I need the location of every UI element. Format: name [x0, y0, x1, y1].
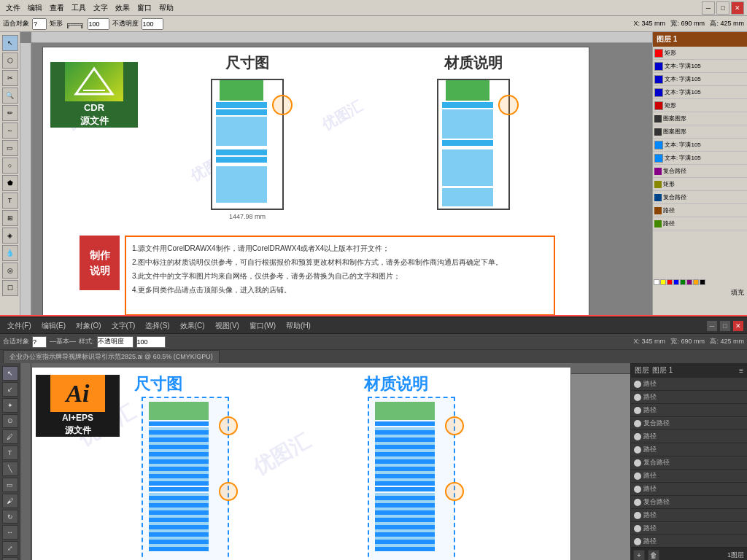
layer-item[interactable]: 矩形: [653, 178, 747, 191]
ai-tool-select[interactable]: [32, 336, 47, 348]
ai-layer-item[interactable]: 复合路径: [631, 456, 747, 470]
color-swatch[interactable]: [686, 279, 692, 285]
layer-item[interactable]: 复合路径: [653, 191, 747, 204]
menu-help[interactable]: 帮助: [156, 3, 177, 13]
layer-color: [654, 128, 662, 136]
ai-menu-type[interactable]: 文字(T): [107, 321, 140, 331]
menu-effects[interactable]: 效果: [112, 3, 133, 13]
table-tool[interactable]: ⊞: [2, 210, 18, 226]
menu-tools[interactable]: 工具: [69, 3, 89, 13]
ai-scale-tool[interactable]: ⤢: [2, 541, 18, 556]
ai-layer-item[interactable]: 路径: [631, 522, 747, 535]
layer-item[interactable]: 矩形: [653, 47, 747, 60]
color-swatch[interactable]: [700, 279, 705, 285]
ai-direct-select[interactable]: ↙: [2, 382, 18, 397]
ai-layer-item[interactable]: 路径: [631, 509, 747, 522]
color-swatch[interactable]: [673, 279, 679, 285]
ai-menu-window[interactable]: 窗口(W): [245, 321, 280, 331]
minimize-button[interactable]: ─: [702, 1, 715, 15]
ai-menu-select[interactable]: 选择(S): [141, 321, 174, 331]
ai-rect-tool[interactable]: ▭: [2, 478, 18, 492]
color-swatch[interactable]: [693, 279, 699, 285]
opacity-input[interactable]: [142, 18, 163, 30]
ai-layer-tab[interactable]: 图层: [635, 365, 649, 376]
menu-edit[interactable]: 编辑: [25, 3, 45, 13]
ai-menu-effects[interactable]: 效果(C): [176, 321, 209, 331]
layer-item[interactable]: 文本: 字满105: [653, 139, 747, 152]
menu-window[interactable]: 窗口: [134, 3, 155, 13]
crop-tool[interactable]: ✂: [2, 70, 18, 86]
extrude-tool[interactable]: ☐: [2, 280, 18, 296]
ai-blend-tool[interactable]: ◎: [2, 557, 18, 560]
ai-menu-object[interactable]: 对象(O): [71, 321, 105, 331]
select-tool[interactable]: ↖: [2, 35, 18, 51]
ai-layer-item[interactable]: 复合路径: [631, 496, 747, 509]
ellipse-tool[interactable]: ○: [2, 158, 18, 174]
ai-layer-item[interactable]: 路径: [631, 430, 747, 443]
eyedropper-tool[interactable]: 💧: [2, 245, 18, 261]
polygon-tool[interactable]: ⬟: [2, 175, 18, 191]
menu-view[interactable]: 查看: [47, 3, 67, 13]
layer-item[interactable]: 文本: 字满105: [653, 60, 747, 73]
ai-layer-item[interactable]: 路径: [631, 443, 747, 456]
ai-magic-wand[interactable]: ✦: [2, 398, 18, 413]
fill-tool[interactable]: ◈: [2, 228, 18, 244]
ai-rotate-tool[interactable]: ↻: [2, 510, 18, 524]
size-input[interactable]: [88, 18, 109, 30]
blend-tool[interactable]: ◎: [2, 262, 18, 279]
top-canvas-area[interactable]: 优图汇 优图汇 优图汇 CDR 源文件: [20, 32, 652, 315]
ai-layer-item[interactable]: 路径: [631, 470, 747, 483]
menu-text[interactable]: 文字: [90, 3, 111, 13]
ai-select-tool[interactable]: ↖: [2, 366, 18, 381]
freehand-tool[interactable]: ✏: [2, 105, 18, 121]
color-swatch[interactable]: [660, 279, 666, 285]
ai-menu-view[interactable]: 视图(V): [211, 321, 244, 331]
zoom-input[interactable]: [32, 18, 47, 30]
ai-layer-item[interactable]: 路径: [631, 391, 747, 404]
ai-layer-options[interactable]: ≡: [739, 367, 743, 375]
ai-minimize[interactable]: ─: [706, 320, 718, 332]
ai-new-layer-btn[interactable]: +: [633, 550, 645, 561]
ai-layer-item[interactable]: 路径: [631, 378, 747, 391]
ai-line-tool[interactable]: ╲: [2, 462, 18, 476]
ai-menu-edit[interactable]: 编辑(E): [37, 321, 70, 331]
layer-item[interactable]: 文本: 字满105: [653, 73, 747, 86]
ai-menu-file[interactable]: 文件(F): [3, 321, 36, 331]
smart-draw[interactable]: ～: [2, 122, 18, 139]
maximize-button[interactable]: □: [716, 1, 729, 15]
file-tab[interactable]: 企业办公室指示牌导视牌标识导引示范2825.ai @ 60.5% (CMYK/G…: [3, 350, 220, 364]
ai-maximize[interactable]: □: [719, 320, 731, 332]
ai-pen-tool[interactable]: 🖊: [2, 429, 18, 444]
ai-layer-item[interactable]: 复合路径: [631, 417, 747, 430]
layer-item[interactable]: 矩形: [653, 99, 747, 112]
ai-layer-item[interactable]: 路径: [631, 483, 747, 496]
zoom-tool[interactable]: 🔍: [2, 88, 18, 104]
rectangle-tool[interactable]: ▭: [2, 140, 18, 156]
ai-style-input[interactable]: [97, 336, 133, 348]
layers-panel-top: 图层 1 矩形 文本: 字满105 文本: 字满105 文本: 字满105: [652, 32, 747, 315]
layer-item[interactable]: 图案图形: [653, 112, 747, 125]
ai-lasso[interactable]: ⊙: [2, 414, 18, 429]
layer-item[interactable]: 文本: 字满105: [653, 86, 747, 99]
ai-delete-layer-btn[interactable]: 🗑: [648, 550, 659, 561]
layer-item[interactable]: 文本: 字满105: [653, 152, 747, 165]
text-tool[interactable]: T: [2, 192, 18, 209]
ai-layer-item[interactable]: 路径: [631, 404, 747, 417]
ai-canvas-area[interactable]: Ai AI+EPS 源文件 尺寸图: [20, 363, 630, 560]
menu-file[interactable]: 文件: [3, 3, 23, 13]
close-button[interactable]: ✕: [731, 1, 744, 15]
color-swatch[interactable]: [667, 279, 673, 285]
layer-item[interactable]: 路径: [653, 204, 747, 217]
ai-opacity-input[interactable]: [136, 336, 166, 348]
shape-tool[interactable]: ⬡: [2, 52, 18, 69]
ai-close[interactable]: ✕: [732, 320, 744, 332]
layer-item[interactable]: 图案图形: [653, 125, 747, 139]
layer-item[interactable]: 复合路径: [653, 165, 747, 178]
color-swatch[interactable]: [680, 279, 686, 285]
layer-item[interactable]: 路径: [653, 217, 747, 230]
color-swatch[interactable]: [654, 279, 659, 285]
ai-menu-help[interactable]: 帮助(H): [282, 321, 315, 331]
ai-reflect-tool[interactable]: ↔: [2, 525, 18, 540]
ai-paint-brush[interactable]: 🖌: [2, 494, 18, 508]
ai-type-tool[interactable]: T: [2, 446, 18, 460]
